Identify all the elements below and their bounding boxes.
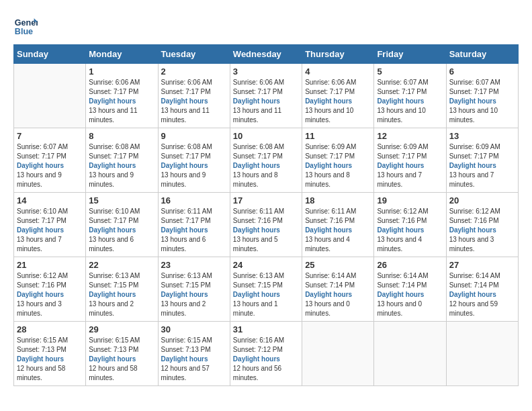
calendar-cell: 12Sunrise: 6:09 AMSunset: 7:17 PMDayligh…: [374, 128, 446, 193]
logo: General Blue: [13, 13, 40, 38]
calendar-header-row: SundayMondayTuesdayWednesdayThursdayFrid…: [14, 45, 519, 64]
day-number: 22: [89, 260, 154, 270]
daylight-label: Daylight hours: [305, 162, 352, 169]
calendar-cell: 24Sunrise: 6:13 AMSunset: 7:15 PMDayligh…: [230, 257, 302, 322]
daylight-label: Daylight hours: [161, 226, 208, 234]
calendar-cell: [14, 64, 86, 128]
day-info: Sunrise: 6:14 AMSunset: 7:14 PMDaylight …: [305, 271, 371, 318]
daylight-label: Daylight hours: [89, 162, 136, 169]
calendar-cell: 28Sunrise: 6:15 AMSunset: 7:13 PMDayligh…: [14, 322, 86, 386]
calendar-cell: 10Sunrise: 6:08 AMSunset: 7:17 PMDayligh…: [230, 128, 302, 193]
calendar-cell: 23Sunrise: 6:13 AMSunset: 7:15 PMDayligh…: [158, 257, 230, 322]
calendar-cell: 29Sunrise: 6:15 AMSunset: 7:13 PMDayligh…: [86, 322, 158, 386]
calendar-cell: 13Sunrise: 6:09 AMSunset: 7:17 PMDayligh…: [446, 128, 518, 193]
daylight-label: Daylight hours: [377, 97, 424, 105]
day-info: Sunrise: 6:06 AMSunset: 7:17 PMDaylight …: [233, 78, 299, 125]
daylight-label: Daylight hours: [233, 97, 280, 105]
day-info: Sunrise: 6:14 AMSunset: 7:14 PMDaylight …: [377, 271, 443, 318]
calendar-cell: 3Sunrise: 6:06 AMSunset: 7:17 PMDaylight…: [230, 64, 302, 128]
calendar-week-3: 14Sunrise: 6:10 AMSunset: 7:17 PMDayligh…: [14, 193, 519, 257]
calendar-cell: 19Sunrise: 6:12 AMSunset: 7:16 PMDayligh…: [374, 193, 446, 257]
daylight-label: Daylight hours: [449, 291, 496, 298]
day-number: 17: [233, 195, 299, 205]
day-info: Sunrise: 6:07 AMSunset: 7:17 PMDaylight …: [17, 142, 83, 189]
calendar-week-1: 1Sunrise: 6:06 AMSunset: 7:17 PMDaylight…: [14, 64, 519, 128]
day-number: 10: [233, 131, 299, 141]
calendar-cell: 11Sunrise: 6:09 AMSunset: 7:17 PMDayligh…: [302, 128, 374, 193]
day-info: Sunrise: 6:07 AMSunset: 7:17 PMDaylight …: [449, 78, 515, 125]
day-number: 21: [17, 260, 83, 270]
day-number: 29: [89, 324, 154, 334]
calendar-cell: 16Sunrise: 6:11 AMSunset: 7:17 PMDayligh…: [158, 193, 230, 257]
day-number: 30: [161, 324, 227, 334]
calendar-cell: 6Sunrise: 6:07 AMSunset: 7:17 PMDaylight…: [446, 64, 518, 128]
calendar-cell: 14Sunrise: 6:10 AMSunset: 7:17 PMDayligh…: [14, 193, 86, 257]
day-info: Sunrise: 6:06 AMSunset: 7:17 PMDaylight …: [161, 78, 227, 125]
calendar-cell: 7Sunrise: 6:07 AMSunset: 7:17 PMDaylight…: [14, 128, 86, 193]
day-info: Sunrise: 6:07 AMSunset: 7:17 PMDaylight …: [377, 78, 443, 125]
daylight-label: Daylight hours: [377, 226, 424, 234]
day-info: Sunrise: 6:13 AMSunset: 7:15 PMDaylight …: [161, 271, 227, 318]
calendar-cell: 25Sunrise: 6:14 AMSunset: 7:14 PMDayligh…: [302, 257, 374, 322]
day-number: 18: [305, 195, 371, 205]
day-number: 9: [161, 131, 227, 141]
column-header-thursday: Thursday: [302, 45, 374, 64]
day-info: Sunrise: 6:15 AMSunset: 7:13 PMDaylight …: [89, 336, 154, 383]
day-number: 20: [449, 195, 515, 205]
daylight-label: Daylight hours: [449, 162, 496, 169]
calendar-cell: 17Sunrise: 6:11 AMSunset: 7:16 PMDayligh…: [230, 193, 302, 257]
calendar-cell: 27Sunrise: 6:14 AMSunset: 7:14 PMDayligh…: [446, 257, 518, 322]
calendar-cell: [374, 322, 446, 386]
calendar-cell: 8Sunrise: 6:08 AMSunset: 7:17 PMDaylight…: [86, 128, 158, 193]
column-header-monday: Monday: [86, 45, 158, 64]
calendar-cell: 1Sunrise: 6:06 AMSunset: 7:17 PMDaylight…: [86, 64, 158, 128]
day-info: Sunrise: 6:12 AMSunset: 7:16 PMDaylight …: [377, 207, 443, 254]
calendar-week-4: 21Sunrise: 6:12 AMSunset: 7:16 PMDayligh…: [14, 257, 519, 322]
daylight-label: Daylight hours: [161, 97, 208, 105]
column-header-saturday: Saturday: [446, 45, 518, 64]
logo-icon: General Blue: [13, 13, 38, 38]
day-number: 8: [89, 131, 154, 141]
daylight-label: Daylight hours: [89, 226, 136, 234]
daylight-label: Daylight hours: [449, 97, 496, 105]
day-info: Sunrise: 6:11 AMSunset: 7:16 PMDaylight …: [233, 207, 299, 254]
calendar-cell: 2Sunrise: 6:06 AMSunset: 7:17 PMDaylight…: [158, 64, 230, 128]
day-number: 13: [449, 131, 515, 141]
day-number: 31: [233, 324, 299, 334]
daylight-label: Daylight hours: [17, 291, 64, 298]
daylight-label: Daylight hours: [233, 355, 280, 363]
day-number: 19: [377, 195, 443, 205]
day-info: Sunrise: 6:09 AMSunset: 7:17 PMDaylight …: [305, 142, 371, 189]
calendar-cell: 22Sunrise: 6:13 AMSunset: 7:15 PMDayligh…: [86, 257, 158, 322]
daylight-label: Daylight hours: [17, 355, 64, 363]
calendar-cell: 18Sunrise: 6:11 AMSunset: 7:16 PMDayligh…: [302, 193, 374, 257]
column-header-friday: Friday: [374, 45, 446, 64]
day-number: 23: [161, 260, 227, 270]
daylight-label: Daylight hours: [161, 162, 208, 169]
daylight-label: Daylight hours: [305, 97, 352, 105]
day-info: Sunrise: 6:10 AMSunset: 7:17 PMDaylight …: [89, 207, 154, 254]
day-number: 14: [17, 195, 83, 205]
daylight-label: Daylight hours: [17, 226, 64, 234]
calendar-cell: 20Sunrise: 6:12 AMSunset: 7:16 PMDayligh…: [446, 193, 518, 257]
calendar-cell: [446, 322, 518, 386]
day-info: Sunrise: 6:11 AMSunset: 7:16 PMDaylight …: [305, 207, 371, 254]
calendar-cell: 4Sunrise: 6:06 AMSunset: 7:17 PMDaylight…: [302, 64, 374, 128]
day-info: Sunrise: 6:06 AMSunset: 7:17 PMDaylight …: [305, 78, 371, 125]
day-number: 7: [17, 131, 83, 141]
column-header-sunday: Sunday: [14, 45, 86, 64]
daylight-label: Daylight hours: [233, 226, 280, 234]
day-number: 12: [377, 131, 443, 141]
column-header-tuesday: Tuesday: [158, 45, 230, 64]
day-info: Sunrise: 6:14 AMSunset: 7:14 PMDaylight …: [449, 271, 515, 318]
column-header-wednesday: Wednesday: [230, 45, 302, 64]
calendar-table: SundayMondayTuesdayWednesdayThursdayFrid…: [13, 44, 519, 386]
day-info: Sunrise: 6:13 AMSunset: 7:15 PMDaylight …: [89, 271, 154, 318]
day-number: 15: [89, 195, 154, 205]
day-number: 1: [89, 66, 154, 77]
calendar-cell: [302, 322, 374, 386]
day-number: 16: [161, 195, 227, 205]
day-number: 4: [305, 66, 371, 77]
day-number: 11: [305, 131, 371, 141]
daylight-label: Daylight hours: [233, 162, 280, 169]
